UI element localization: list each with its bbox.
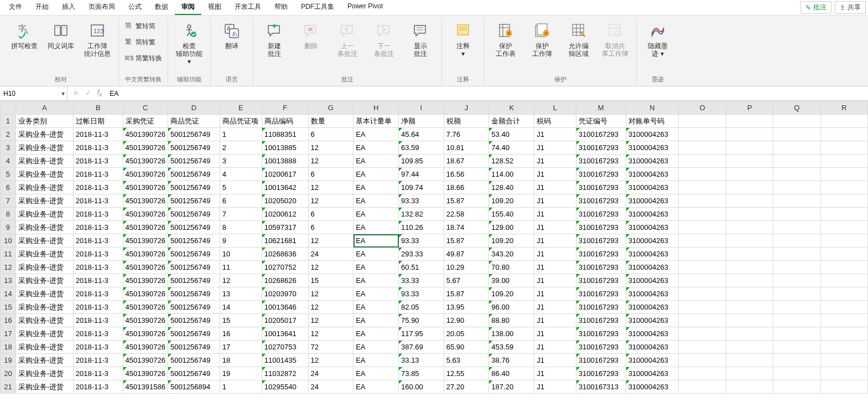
cell[interactable]: 采购业务-进货 [15,261,73,274]
cell[interactable] [679,234,726,248]
confirm-icon[interactable]: ✓ [85,89,91,97]
cell[interactable]: EA [354,221,399,234]
cell[interactable]: 96.00 [489,301,534,314]
cell[interactable]: 2018-11-3 [73,154,123,168]
row-header-16[interactable]: 16 [1,314,16,327]
cell[interactable] [820,327,867,341]
cell[interactable]: 3100004263 [626,354,679,367]
cell[interactable] [773,168,820,181]
cell[interactable]: 采购业务-进货 [15,287,73,301]
cell[interactable]: 74.40 [489,141,534,154]
row-header-10[interactable]: 10 [1,234,16,248]
cell[interactable]: J1 [534,261,576,274]
select-all-corner[interactable] [1,101,16,115]
cell[interactable]: 2018-11-3 [73,301,123,314]
cell[interactable]: 1 [220,128,262,141]
cell[interactable]: 采购业务-进货 [15,181,73,194]
cell[interactable]: 93.33 [399,194,444,208]
cell[interactable]: 4501390726 [123,221,168,234]
cell[interactable] [773,248,820,261]
cell[interactable]: 5001256749 [168,234,220,248]
cell[interactable] [726,248,773,261]
cell[interactable]: 采购业务-进货 [15,354,73,367]
cell[interactable]: 18.67 [444,154,489,168]
share-button[interactable]: ⇪共享 [835,1,866,14]
cell[interactable]: 采购业务-进货 [15,274,73,287]
cell[interactable]: 10 [220,248,262,261]
cell[interactable]: 4501390726 [123,234,168,248]
cell[interactable]: 4 [220,168,262,181]
ribbon-btn-range[interactable]: 允许编辑区域 [563,20,594,58]
cell[interactable]: 27.20 [444,380,489,394]
cell[interactable]: 10013646 [262,301,308,314]
cell[interactable]: 5001256749 [168,181,220,194]
cell[interactable] [773,274,820,287]
col-header-A[interactable]: A [15,101,73,115]
menu-tab-审阅[interactable]: 审阅 [175,0,201,15]
cell[interactable] [726,367,773,380]
cell[interactable]: 10.81 [444,141,489,154]
ribbon-btn-newc[interactable]: 新建批注 [259,20,290,58]
menu-tab-开始[interactable]: 开始 [29,0,55,15]
cell[interactable]: 129.00 [489,221,534,234]
cell[interactable]: 3100004263 [626,154,679,168]
cell[interactable]: J1 [534,327,576,341]
cell[interactable] [679,301,726,314]
cell[interactable]: 17 [220,341,262,354]
cell[interactable]: 3100004263 [626,221,679,234]
cell[interactable]: 业务类别 [15,115,73,128]
cell[interactable]: 24 [308,380,354,394]
menu-tab-PDF工具集[interactable]: PDF工具集 [294,0,341,15]
cell[interactable]: 采购业务-进货 [15,128,73,141]
cell[interactable]: 10013888 [262,154,308,168]
cell[interactable]: 10013641 [262,327,308,341]
col-header-K[interactable]: K [489,101,534,115]
cell[interactable]: 12 [308,181,354,194]
cell[interactable] [820,208,867,221]
cell[interactable] [726,380,773,394]
col-header-G[interactable]: G [308,101,354,115]
cell[interactable]: 2018-11-3 [73,221,123,234]
col-header-Q[interactable]: Q [773,101,820,115]
cell[interactable]: EA [354,367,399,380]
cell[interactable]: 10621681 [262,234,308,248]
cell[interactable]: 4501390726 [123,341,168,354]
cell[interactable] [726,341,773,354]
cell[interactable]: 73.85 [399,367,444,380]
cell[interactable] [726,141,773,154]
menu-tab-开发工具[interactable]: 开发工具 [228,0,268,15]
cell[interactable] [726,194,773,208]
menu-tab-公式[interactable]: 公式 [122,0,148,15]
cell[interactable]: 采购业务-进货 [15,327,73,341]
cell[interactable]: 138.00 [489,327,534,341]
cell[interactable]: EA [354,354,399,367]
cell[interactable] [773,287,820,301]
ribbon-btn-trans[interactable]: Aあ翻译 [216,20,247,50]
cell[interactable]: 14 [220,301,262,314]
cell[interactable] [773,221,820,234]
cell[interactable]: 2018-11-3 [73,261,123,274]
cell[interactable]: 39.00 [489,274,534,287]
cell[interactable]: 3100167293 [576,367,626,380]
cell[interactable]: 12 [308,327,354,341]
cell[interactable]: 3100004263 [626,380,679,394]
cell[interactable]: 5.63 [444,354,489,367]
cell[interactable] [820,261,867,274]
cell[interactable]: 20.05 [444,327,489,341]
cell[interactable]: 5001256749 [168,154,220,168]
cell[interactable]: EA [354,287,399,301]
cell[interactable]: 3100004263 [626,341,679,354]
cell[interactable]: 6 [308,128,354,141]
cell[interactable]: 38.76 [489,354,534,367]
cell[interactable] [679,181,726,194]
cell[interactable] [820,234,867,248]
cell[interactable]: 12 [220,274,262,287]
cell[interactable]: 2018-11-3 [73,287,123,301]
cell[interactable] [773,115,820,128]
cell[interactable]: 3100004263 [626,274,679,287]
cell[interactable]: 70.80 [489,261,534,274]
cell[interactable]: 2018-11-3 [73,380,123,394]
cell[interactable]: J1 [534,208,576,221]
cell[interactable]: 5001256749 [168,301,220,314]
cell[interactable]: 2018-11-3 [73,354,123,367]
